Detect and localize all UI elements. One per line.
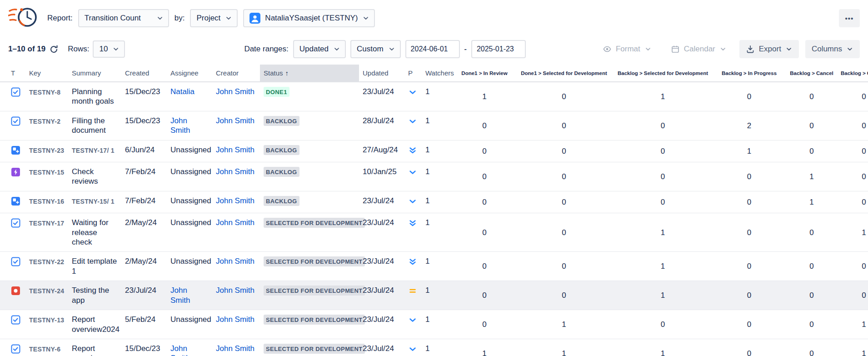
- table-row[interactable]: TESTNY-8Planning month goals15/Dec/23Nat…: [0, 82, 868, 111]
- table-row[interactable]: TESTNY-2Filling the document15/Dec/23Joh…: [0, 111, 868, 140]
- task-icon: [11, 218, 20, 228]
- transition-column-header[interactable]: Backlog > In Progress: [714, 65, 784, 82]
- table-row[interactable]: TESTNY-24Testing the app23/Jul/24John Sm…: [0, 281, 868, 310]
- columns-label: Columns: [812, 45, 842, 54]
- column-header-label: P: [408, 69, 413, 77]
- issue-key[interactable]: TESTNY-2: [25, 111, 68, 140]
- column-header-created[interactable]: Created: [121, 65, 167, 82]
- transition-column-header[interactable]: Done1 > In Review: [453, 65, 516, 82]
- creator-link[interactable]: John Smith: [216, 167, 254, 176]
- transition-count: 0: [612, 140, 714, 162]
- issue-key[interactable]: TESTNY-22: [25, 252, 68, 281]
- issue-key[interactable]: TESTNY-13: [25, 310, 68, 339]
- project-value: NataliaYSaasjet (TESTNY): [265, 14, 358, 23]
- pagination-range: 1–10 of 19: [8, 45, 45, 54]
- column-header-status[interactable]: Status↑: [260, 65, 359, 82]
- issue-key[interactable]: TESTNY-6: [25, 339, 68, 356]
- column-header-watchers[interactable]: Watchers: [422, 65, 453, 82]
- creator-link[interactable]: John Smith: [216, 286, 254, 295]
- date-range-controls: Date ranges: Updated Custom -: [244, 40, 526, 58]
- assignee-link[interactable]: Natalia: [170, 87, 195, 96]
- group-by-select[interactable]: Project: [190, 9, 238, 27]
- column-header-label: Status: [264, 69, 283, 77]
- report-type-select[interactable]: Transition Count: [78, 9, 169, 27]
- chevron-down-icon: [388, 45, 395, 53]
- creator-link[interactable]: John Smith: [216, 344, 254, 353]
- rows-per-page-value: 10: [99, 45, 108, 54]
- column-header-summary[interactable]: Summary: [68, 65, 121, 82]
- column-header-updated[interactable]: Updated: [359, 65, 404, 82]
- issue-key[interactable]: TESTNY-23: [25, 140, 68, 162]
- type-cell: [0, 213, 25, 252]
- column-header-label: Created: [125, 69, 149, 77]
- transition-count: 0: [453, 310, 516, 339]
- task-icon: [11, 315, 20, 325]
- priority-low-icon: [408, 197, 417, 206]
- issue-key[interactable]: TESTNY-17: [25, 213, 68, 252]
- table-row[interactable]: TESTNY-23TESTNY-17/ 16/Jun/24UnassignedJ…: [0, 140, 868, 162]
- transition-count: 1: [612, 252, 714, 281]
- calendar-button[interactable]: Calendar: [664, 40, 733, 58]
- assignee-link[interactable]: John Smith: [170, 286, 190, 304]
- issue-key[interactable]: TESTNY-15: [25, 162, 68, 191]
- column-header-creator[interactable]: Creator: [212, 65, 260, 82]
- assignee-link[interactable]: John Smith: [170, 116, 190, 135]
- format-button[interactable]: Format: [596, 40, 658, 58]
- issue-key[interactable]: TESTNY-24: [25, 281, 68, 310]
- transition-count: 0: [516, 140, 612, 162]
- creator-link[interactable]: John Smith: [216, 196, 254, 205]
- priority-cell: [404, 82, 422, 111]
- updated-date: 23/Jul/24: [359, 252, 404, 281]
- transition-count: 1: [612, 281, 714, 310]
- export-button[interactable]: Export: [739, 40, 799, 58]
- transition-column-header[interactable]: Done1 > Selected for Development: [516, 65, 612, 82]
- columns-button[interactable]: Columns: [805, 40, 860, 58]
- status-cell: SELECTED FOR DEVELOPMENT: [260, 281, 359, 310]
- creator-link[interactable]: John Smith: [216, 315, 254, 324]
- table-row[interactable]: TESTNY-17Waiting for release check2/May/…: [0, 213, 868, 252]
- updated-date: 23/Jul/24: [359, 82, 404, 111]
- date-separator: -: [464, 45, 467, 53]
- status-cell: SELECTED FOR DEVELOPMENT: [260, 310, 359, 339]
- priority-cell: [404, 140, 422, 162]
- date-mode-select[interactable]: Custom: [350, 40, 401, 58]
- refresh-icon[interactable]: [49, 45, 59, 54]
- table-row[interactable]: TESTNY-22Edit template 12/May/24Unassign…: [0, 252, 868, 281]
- report-label: Report:: [47, 14, 73, 23]
- transition-column-header[interactable]: Backlog > Cancel: [784, 65, 839, 82]
- date-field-select[interactable]: Updated: [293, 40, 346, 58]
- column-header-t[interactable]: T: [0, 65, 25, 82]
- task-icon: [11, 116, 20, 126]
- chevron-down-icon: [112, 45, 120, 53]
- table-header-row: TKeySummaryCreatedAssigneeCreatorStatus↑…: [0, 65, 868, 82]
- more-actions-button[interactable]: •••: [839, 9, 860, 27]
- watchers-count: 1: [422, 310, 453, 339]
- issue-summary: Edit template 1: [68, 252, 121, 281]
- transition-column-header[interactable]: Backlog > Selected for Development: [612, 65, 714, 82]
- creator-link[interactable]: John Smith: [216, 116, 254, 125]
- issue-key[interactable]: TESTNY-8: [25, 82, 68, 111]
- table-row[interactable]: TESTNY-16TESTNY-15/ 17/Feb/24UnassignedJ…: [0, 191, 868, 213]
- creator-link[interactable]: John Smith: [216, 145, 254, 154]
- creator-link[interactable]: John Smith: [216, 218, 254, 227]
- column-header-key[interactable]: Key: [25, 65, 68, 82]
- transition-column-header[interactable]: Backlog > C: [839, 65, 868, 82]
- priority-lowest-icon: [408, 257, 417, 266]
- status-lozenge: SELECTED FOR DEVELOPMENT: [264, 315, 365, 325]
- chevron-down-icon: [362, 15, 369, 22]
- issue-key[interactable]: TESTNY-16: [25, 191, 68, 213]
- table-row[interactable]: TESTNY-15Check reviews7/Feb/24Unassigned…: [0, 162, 868, 191]
- creator-link[interactable]: John Smith: [216, 87, 254, 96]
- created-date: 15/Dec/23: [121, 82, 167, 111]
- column-header-assignee[interactable]: Assignee: [167, 65, 212, 82]
- rows-per-page-select[interactable]: 10: [93, 40, 125, 58]
- column-header-p[interactable]: P: [404, 65, 422, 82]
- project-select[interactable]: NataliaYSaasjet (TESTNY): [243, 9, 375, 27]
- table-row[interactable]: TESTNY-6Report overview15/Dec/23John Smi…: [0, 339, 868, 356]
- date-from-input[interactable]: [405, 40, 460, 58]
- table-row[interactable]: TESTNY-13Report overview20245/Feb/24Unas…: [0, 310, 868, 339]
- date-to-input[interactable]: [471, 40, 526, 58]
- assignee-link[interactable]: John Smith: [170, 344, 190, 356]
- creator-link[interactable]: John Smith: [216, 257, 254, 266]
- creator-cell: John Smith: [212, 191, 260, 213]
